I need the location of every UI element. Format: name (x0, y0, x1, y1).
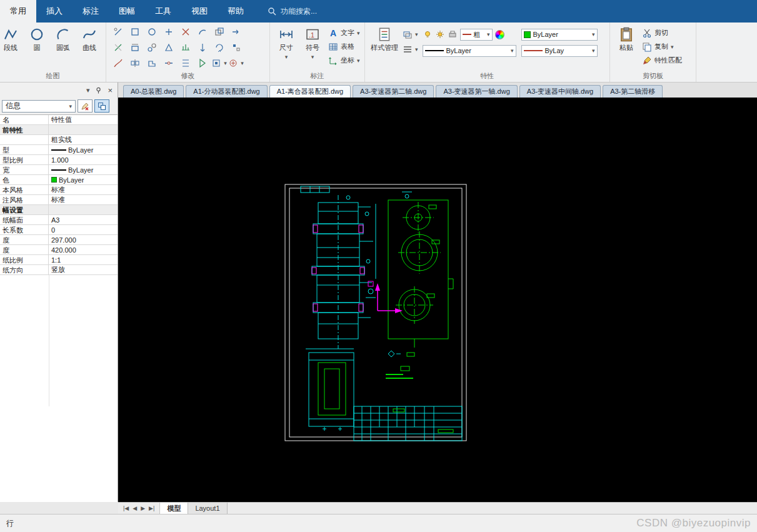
modify-tool-icon[interactable] (214, 27, 224, 37)
property-row[interactable]: 型 ByLayer (0, 145, 118, 155)
modify-tool-icon[interactable]: ▾ (211, 57, 227, 69)
arc-tool-button[interactable]: 圆弧 (50, 24, 76, 53)
dimension-button[interactable]: 尺寸 ▾ (273, 24, 299, 60)
match-properties-button[interactable]: 特性匹配 (642, 54, 682, 66)
menu-tab-tools[interactable]: 工具 (145, 0, 181, 23)
modify-tool-icon[interactable]: ▾ (228, 57, 244, 69)
document-tab[interactable]: A3-变速器第二轴.dwg (353, 85, 434, 98)
property-row-section[interactable]: 前特性 (0, 125, 118, 135)
paste-button[interactable]: 粘贴 (613, 24, 639, 53)
modify-tool-icon[interactable] (113, 27, 123, 37)
next-tab-icon[interactable]: ▶ (141, 505, 145, 511)
modify-tool-icon[interactable] (181, 43, 191, 53)
menu-tab-sheet[interactable]: 图幅 (109, 0, 145, 23)
property-row[interactable]: 宽 ByLayer (0, 165, 118, 175)
copy-button[interactable]: 复制 ▾ (642, 41, 682, 53)
info-select[interactable]: 信息 ▾ (2, 100, 76, 113)
property-row-section[interactable]: 幅设置 (0, 205, 118, 215)
property-row[interactable]: 纸幅面 A3 (0, 215, 118, 225)
command-line-text[interactable]: 行 (6, 518, 14, 529)
menu-tab-help[interactable]: 帮助 (218, 0, 254, 23)
palette-menu-chevron-icon[interactable]: ▾ (86, 86, 90, 94)
prev-tab-icon[interactable]: ◀ (133, 505, 137, 511)
modify-tool-icon[interactable] (164, 43, 174, 53)
modify-tool-icon[interactable] (130, 27, 140, 37)
property-row[interactable]: 度 297.000 (0, 235, 118, 245)
property-row[interactable]: 纸比例 1:1 (0, 255, 118, 265)
function-search[interactable]: 功能搜索... (268, 0, 317, 23)
document-tab[interactable]: A3-第二轴滑移 (603, 85, 663, 98)
modify-tool-icon[interactable] (113, 58, 123, 68)
modify-tool-icon[interactable] (147, 43, 157, 53)
linetype-select[interactable]: ByLayer ▾ (423, 45, 516, 57)
modify-tool-icon[interactable] (181, 58, 191, 68)
pick-add-button[interactable] (94, 99, 109, 113)
modify-tool-icon[interactable] (164, 58, 174, 68)
modify-tool-icon[interactable] (147, 58, 157, 68)
modify-tool-icon[interactable] (181, 27, 191, 37)
document-tab[interactable]: A0-总装图.dwg (123, 85, 184, 98)
first-tab-icon[interactable]: |◀ (123, 505, 129, 511)
color-wheel-icon[interactable] (495, 30, 504, 39)
model-tab[interactable]: 模型 (160, 503, 188, 514)
modify-tool-icon[interactable] (164, 27, 174, 37)
menu-tab-insert[interactable]: 插入 (36, 0, 73, 23)
property-row[interactable]: 纸方向 竖放 (0, 265, 118, 275)
modify-tool-icon[interactable] (198, 58, 208, 68)
property-row[interactable]: 型比例 1.000 (0, 155, 118, 165)
color-swatch (51, 177, 57, 183)
layer-state-button[interactable]: ▾ (403, 43, 418, 55)
modify-tool-grid: ▾ ▾ (109, 23, 244, 71)
layer-tool-button[interactable]: ▾ (403, 28, 418, 40)
modify-tool-icon[interactable] (130, 43, 140, 53)
modify-tool-icon[interactable] (113, 43, 123, 53)
layer-on-icon[interactable] (423, 29, 433, 39)
pick-clear-button[interactable] (78, 99, 93, 113)
property-row[interactable]: 度 420.000 (0, 245, 118, 255)
modify-tool-icon[interactable] (231, 43, 241, 53)
modify-tool-icon[interactable] (214, 43, 224, 53)
menu-tab-home[interactable]: 常用 (0, 0, 36, 23)
layer-select[interactable]: ByLayer ▾ (521, 29, 598, 41)
symbol-button[interactable]: .1 符号 ▾ (299, 24, 326, 60)
circle-tool-button[interactable]: 圆 (24, 24, 50, 53)
text-button[interactable]: A 文字 ▾ (328, 27, 360, 39)
property-row[interactable]: 本风格 标准 (0, 185, 118, 195)
linetype-sample (51, 149, 66, 151)
style-manager-button[interactable]: 样式管理 (368, 24, 401, 53)
document-tab-active[interactable]: A1-离合器装配图.dwg (269, 85, 351, 98)
table-button[interactable]: 表格 (328, 41, 360, 53)
polyline-tool-button[interactable]: 段线 (0, 24, 24, 53)
document-tab[interactable]: A1-分动器装配图.dwg (186, 85, 267, 98)
property-row[interactable]: 注风格 标准 (0, 195, 118, 205)
layer-print-icon[interactable] (448, 29, 458, 39)
ribbon-section-modify: ▾ ▾ 修改 (106, 23, 270, 82)
pin-icon[interactable] (95, 87, 102, 94)
cut-button[interactable]: 剪切 (642, 27, 682, 39)
layout1-tab[interactable]: Layout1 (188, 503, 227, 514)
close-icon[interactable]: × (108, 86, 113, 95)
menu-tab-dimension[interactable]: 标注 (73, 0, 109, 23)
modify-tool-icon[interactable] (231, 27, 241, 37)
coordinate-button[interactable]: 坐标 ▾ (328, 54, 360, 66)
modify-tool-icon[interactable] (198, 27, 208, 37)
modify-tool-icon[interactable] (147, 27, 157, 37)
layer-freeze-icon[interactable] (435, 29, 445, 39)
document-tab[interactable]: A3-变速器中间轴.dwg (519, 85, 601, 98)
watermark-text: CSDN @biyezuopinvip (636, 517, 751, 529)
property-row[interactable]: 长系数 0 (0, 225, 118, 235)
lineweight-select[interactable]: 粗 ▾ (460, 29, 493, 41)
document-tab[interactable]: A3-变速器第一轴.dwg (436, 85, 517, 98)
search-placeholder: 功能搜索... (281, 6, 317, 17)
modify-tool-icon[interactable] (130, 58, 140, 68)
tool-label: 复制 (654, 42, 668, 51)
drawing-canvas[interactable] (118, 98, 757, 502)
properties-section-label: 特性 (365, 71, 609, 82)
last-tab-icon[interactable]: ▶| (149, 505, 154, 511)
property-row[interactable]: 粗实线 (0, 135, 118, 145)
property-row[interactable]: 色 ByLayer (0, 175, 118, 185)
curve-tool-button[interactable]: 曲线 (76, 24, 103, 53)
menu-tab-view[interactable]: 视图 (181, 0, 218, 23)
modify-tool-icon[interactable] (198, 43, 208, 53)
color-select[interactable]: ByLay ▾ (521, 45, 598, 57)
